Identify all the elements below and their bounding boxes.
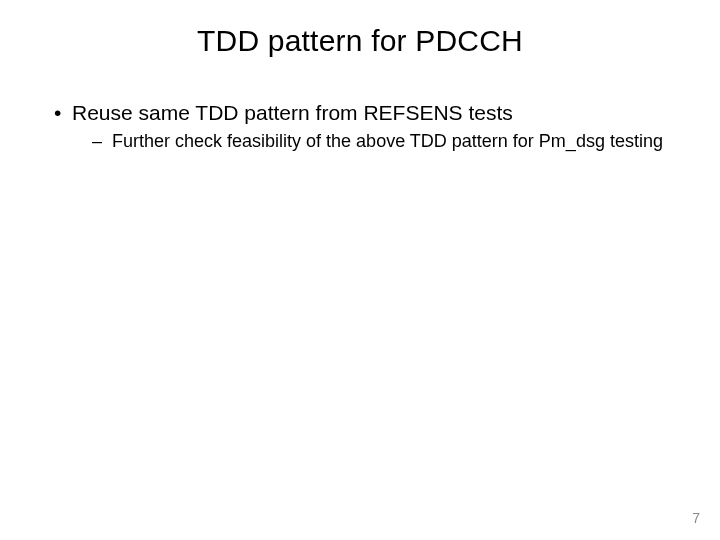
bullet-text: Reuse same TDD pattern from REFSENS test… <box>72 101 513 124</box>
bullet-subtext: Further check feasibility of the above T… <box>112 131 663 151</box>
slide-body: Reuse same TDD pattern from REFSENS test… <box>50 100 670 160</box>
page-number: 7 <box>692 510 700 526</box>
bullet-item: Reuse same TDD pattern from REFSENS test… <box>50 100 670 154</box>
bullet-subitem: Further check feasibility of the above T… <box>72 130 670 153</box>
slide: TDD pattern for PDCCH Reuse same TDD pat… <box>0 0 720 540</box>
bullet-list-level1: Reuse same TDD pattern from REFSENS test… <box>50 100 670 154</box>
bullet-list-level2: Further check feasibility of the above T… <box>72 130 670 153</box>
slide-title: TDD pattern for PDCCH <box>0 24 720 58</box>
